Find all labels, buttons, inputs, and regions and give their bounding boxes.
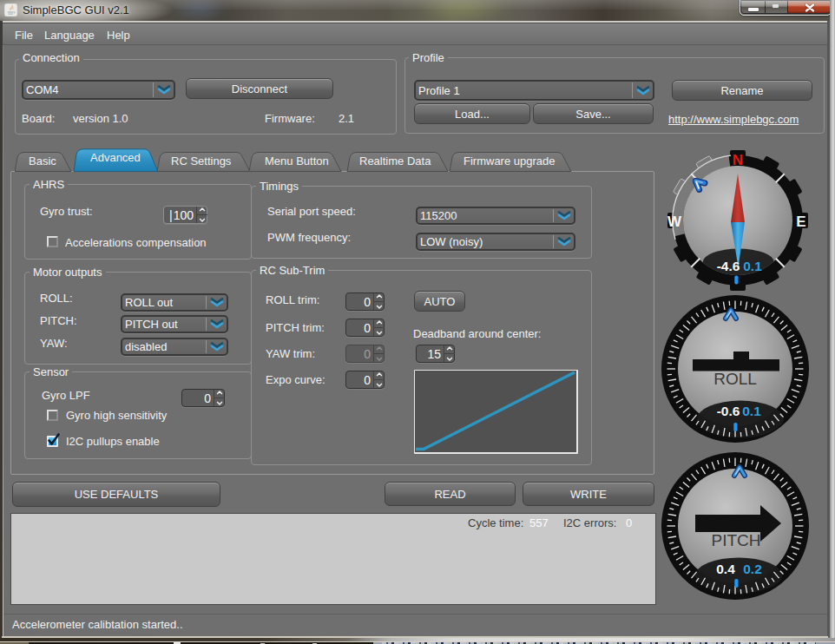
svg-text:-4.6: -4.6 [717,259,740,273]
svg-text:0.1: 0.1 [743,259,762,273]
svg-text:0.1: 0.1 [742,404,761,418]
svg-text:E: E [796,214,805,230]
svg-text:N: N [733,152,743,168]
svg-text:PITCH: PITCH [712,531,761,549]
svg-text:ROLL: ROLL [713,370,757,388]
svg-text:W: W [667,214,682,230]
svg-text:0.2: 0.2 [743,562,762,576]
svg-text:-0.6: -0.6 [717,404,740,418]
svg-text:0.4: 0.4 [716,562,735,576]
